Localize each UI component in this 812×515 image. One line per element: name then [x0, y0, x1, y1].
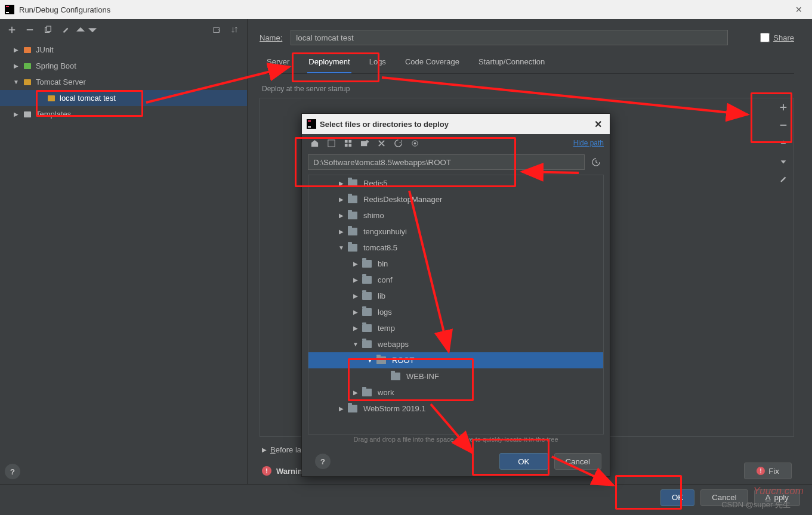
- hide-path-link[interactable]: Hide path: [573, 139, 604, 147]
- file-tree-label: logs: [378, 308, 392, 317]
- file-chooser-modal: Select files or directories to deploy ✕ …: [301, 113, 610, 477]
- delete-icon[interactable]: [375, 136, 388, 150]
- tab-deployment[interactable]: Deployment: [307, 52, 351, 73]
- deploy-section-label: Deploy at the server startup: [262, 85, 794, 93]
- config-tree-item[interactable]: local tomcat test: [0, 90, 247, 106]
- show-hidden-icon[interactable]: [408, 136, 421, 150]
- svg-rect-9: [24, 79, 31, 85]
- copy-config-icon[interactable]: [41, 23, 55, 37]
- new-folder-icon[interactable]: [358, 136, 371, 150]
- folder-icon: [362, 308, 372, 316]
- folder-icon: [348, 228, 357, 235]
- file-tree-item[interactable]: ▶WebStorm 2019.1: [308, 401, 603, 417]
- add-config-icon[interactable]: [5, 23, 19, 37]
- folder-icon: [362, 260, 372, 268]
- file-tree-item[interactable]: ▶lib: [308, 288, 603, 304]
- chevron-down-icon[interactable]: [88, 23, 97, 37]
- svg-point-23: [413, 142, 416, 144]
- refresh-icon[interactable]: [391, 136, 405, 150]
- file-tree-item[interactable]: ▶tengxunhuiyi: [308, 224, 603, 240]
- move-to-folder-icon[interactable]: [210, 23, 224, 37]
- file-tree-label: WebStorm 2019.1: [363, 404, 426, 413]
- file-tree-item[interactable]: ▼ROOT: [308, 352, 603, 368]
- folder-icon: [362, 340, 372, 348]
- add-icon[interactable]: [774, 98, 792, 116]
- folder-icon: [348, 179, 357, 187]
- config-name-input[interactable]: [291, 30, 728, 45]
- modal-ok-button[interactable]: OK: [499, 453, 548, 470]
- share-checkbox[interactable]: [760, 33, 770, 42]
- svg-rect-5: [47, 26, 51, 32]
- deploy-side-toolbar: [774, 98, 792, 188]
- file-tree-label: webapps: [378, 340, 409, 349]
- modal-close-button[interactable]: ✕: [591, 119, 605, 130]
- folder-icon: [348, 405, 357, 412]
- file-tree[interactable]: ▶Redis5▶RedisDesktopManager▶shimo▶tengxu…: [308, 175, 604, 435]
- remove-config-icon[interactable]: [23, 23, 37, 37]
- config-tree[interactable]: ▶ JUnit▶ Spring Boot▼ Tomcat Server loca…: [0, 41, 247, 459]
- tab-logs[interactable]: Logs: [368, 52, 387, 73]
- file-tree-item[interactable]: ▼tomcat8.5: [308, 240, 603, 256]
- svg-rect-12: [780, 125, 787, 126]
- file-tree-item[interactable]: ▶temp: [308, 320, 603, 336]
- svg-rect-14: [308, 120, 311, 122]
- window-titlebar: Run/Debug Configurations ✕: [0, 0, 812, 19]
- file-tree-item[interactable]: ▶Redis5: [308, 175, 603, 191]
- file-tree-label: temp: [378, 324, 395, 333]
- configurations-sidebar: ▶ JUnit▶ Spring Boot▼ Tomcat Server loca…: [0, 19, 248, 484]
- sidebar-help-button[interactable]: ?: [5, 464, 20, 479]
- file-tree-item[interactable]: ▶RedisDesktopManager: [308, 191, 603, 207]
- file-tree-item[interactable]: ▶conf: [308, 272, 603, 288]
- module-icon[interactable]: [325, 136, 338, 150]
- config-tree-label: Tomcat Server: [36, 77, 86, 86]
- settings-icon[interactable]: [58, 23, 73, 37]
- tab-server[interactable]: Server: [265, 52, 291, 73]
- config-tree-item[interactable]: ▶ JUnit: [0, 42, 247, 58]
- sidebar-toolbar: [0, 19, 247, 41]
- down-icon[interactable]: [774, 152, 792, 170]
- config-tree-item[interactable]: ▶ Spring Boot: [0, 58, 247, 74]
- file-tree-label: tengxunhuiyi: [363, 227, 407, 236]
- remove-icon[interactable]: [774, 116, 792, 134]
- file-tree-item[interactable]: ▶work: [308, 384, 603, 401]
- home-icon[interactable]: [308, 136, 321, 150]
- folder-icon: [376, 356, 386, 364]
- config-tree-item[interactable]: ▼ Tomcat Server: [0, 74, 247, 90]
- dialog-apply-button[interactable]: Apply: [754, 489, 800, 506]
- share-checkbox-row[interactable]: Share: [760, 33, 794, 42]
- file-tree-item[interactable]: ▼webapps: [308, 336, 603, 352]
- dialog-ok-button[interactable]: OK: [660, 489, 694, 506]
- dialog-cancel-button[interactable]: Cancel: [700, 489, 748, 506]
- tab-startup-connection[interactable]: Startup/Connection: [477, 52, 546, 73]
- modal-help-button[interactable]: ?: [315, 454, 331, 469]
- modal-hint: Drag and drop a file into the space abov…: [302, 435, 610, 446]
- file-tree-item[interactable]: ▶logs: [308, 304, 603, 320]
- svg-rect-3: [27, 29, 33, 30]
- warning-label: Warnin: [276, 467, 302, 476]
- window-close-button[interactable]: ✕: [791, 1, 807, 18]
- file-tree-item[interactable]: ▶bin: [308, 256, 603, 272]
- tree-arrow-icon: ▶: [337, 196, 345, 203]
- path-input[interactable]: [308, 154, 585, 170]
- file-tree-label: Redis5: [363, 179, 387, 188]
- history-icon[interactable]: [588, 154, 604, 170]
- fix-button[interactable]: !Fix: [744, 463, 792, 479]
- config-tree-label: Spring Boot: [36, 61, 76, 70]
- config-tree-label: JUnit: [36, 45, 54, 54]
- apps-icon[interactable]: [341, 136, 354, 150]
- chevron-up-icon[interactable]: [76, 23, 85, 37]
- file-tree-item[interactable]: WEB-INF: [308, 368, 603, 384]
- tree-arrow-icon: ▶: [12, 46, 20, 53]
- config-tree-label: local tomcat test: [60, 94, 116, 103]
- config-tree-item[interactable]: ▶ Templates: [0, 106, 247, 122]
- file-tree-item[interactable]: ▶shimo: [308, 207, 603, 224]
- edit-icon[interactable]: [774, 170, 792, 188]
- tab-code-coverage[interactable]: Code Coverage: [404, 52, 461, 73]
- svg-rect-11: [24, 111, 31, 117]
- file-tree-label: lib: [378, 291, 385, 300]
- svg-rect-19: [344, 144, 347, 147]
- tree-arrow-icon: ▶: [12, 111, 20, 117]
- modal-cancel-button[interactable]: Cancel: [554, 453, 602, 470]
- sort-icon[interactable]: [228, 23, 242, 37]
- up-icon[interactable]: [774, 134, 792, 152]
